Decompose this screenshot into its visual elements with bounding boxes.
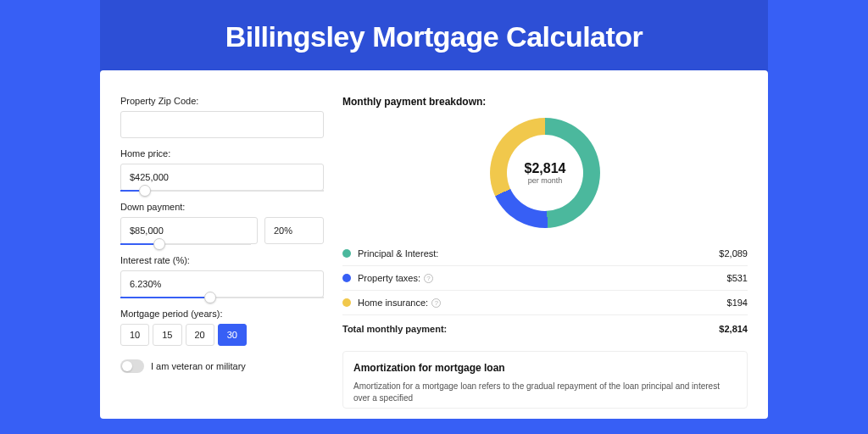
interest-slider[interactable] — [120, 297, 324, 298]
slider-fill — [120, 297, 210, 298]
calculator-card: Property Zip Code: Home price: Down paym… — [100, 70, 768, 419]
home-price-slider[interactable] — [120, 190, 324, 192]
info-icon[interactable]: ? — [431, 298, 441, 308]
breakdown-title: Monthly payment breakdown: — [342, 96, 748, 108]
page-title: Billingsley Mortgage Calculator — [100, 20, 768, 53]
legend-label: Home insurance: — [358, 298, 428, 308]
zip-input[interactable] — [120, 111, 324, 138]
amortization-title: Amortization for mortgage loan — [353, 362, 737, 374]
interest-input[interactable] — [120, 270, 324, 298]
total-row: Total monthly payment: $2,814 — [342, 314, 748, 339]
interest-group: Interest rate (%): — [120, 255, 324, 298]
down-payment-label: Down payment: — [120, 202, 324, 212]
total-value: $2,814 — [719, 324, 748, 334]
home-price-input[interactable] — [120, 164, 324, 191]
period-label: Mortgage period (years): — [120, 309, 324, 319]
slider-thumb[interactable] — [153, 238, 165, 250]
period-group: Mortgage period (years): 10152030 — [120, 309, 324, 346]
period-button-30[interactable]: 30 — [218, 324, 247, 346]
down-payment-group: Down payment: — [120, 202, 324, 245]
veteran-toggle[interactable] — [120, 359, 144, 373]
legend-row: Principal & Interest:$2,089 — [342, 242, 748, 265]
period-button-10[interactable]: 10 — [120, 324, 149, 346]
zip-label: Property Zip Code: — [120, 96, 324, 106]
veteran-toggle-row: I am veteran or military — [120, 359, 324, 373]
legend-row: Home insurance:?$194 — [342, 290, 748, 314]
down-payment-input[interactable] — [120, 217, 258, 244]
legend-dot — [342, 249, 351, 258]
home-price-label: Home price: — [120, 148, 324, 159]
legend-value: $194 — [727, 298, 748, 308]
breakdown-panel: Monthly payment breakdown: $2,814 per mo… — [342, 96, 748, 409]
period-button-row: 10152030 — [120, 324, 324, 346]
legend-value: $531 — [727, 273, 748, 283]
period-button-15[interactable]: 15 — [153, 324, 181, 346]
legend-label: Property taxes: — [358, 273, 420, 283]
info-icon[interactable]: ? — [424, 274, 433, 283]
home-price-group: Home price: — [120, 148, 324, 192]
legend-list: Principal & Interest:$2,089Property taxe… — [342, 242, 748, 314]
legend-row: Property taxes:?$531 — [342, 265, 748, 290]
total-label: Total monthly payment: — [342, 324, 447, 334]
down-payment-slider[interactable] — [120, 243, 251, 245]
veteran-label: I am veteran or military — [151, 361, 246, 371]
interest-label: Interest rate (%): — [120, 255, 324, 265]
legend-label: Principal & Interest: — [358, 248, 438, 259]
legend-dot — [342, 298, 351, 307]
zip-field-group: Property Zip Code: — [120, 96, 324, 138]
legend-value: $2,089 — [719, 248, 748, 259]
donut-subtext: per month — [528, 176, 563, 185]
donut-chart-wrap: $2,814 per month — [342, 118, 748, 228]
period-button-20[interactable]: 20 — [186, 324, 214, 346]
donut-center: $2,814 per month — [507, 135, 583, 211]
down-payment-pct-input[interactable] — [264, 217, 324, 244]
amortization-card: Amortization for mortgage loan Amortizat… — [342, 351, 748, 409]
form-panel: Property Zip Code: Home price: Down paym… — [120, 96, 324, 409]
slider-thumb[interactable] — [204, 292, 216, 303]
donut-amount: $2,814 — [525, 161, 566, 176]
donut-chart: $2,814 per month — [490, 118, 600, 228]
legend-dot — [342, 274, 351, 282]
slider-thumb[interactable] — [139, 185, 151, 197]
amortization-text: Amortization for a mortgage loan refers … — [353, 381, 737, 404]
